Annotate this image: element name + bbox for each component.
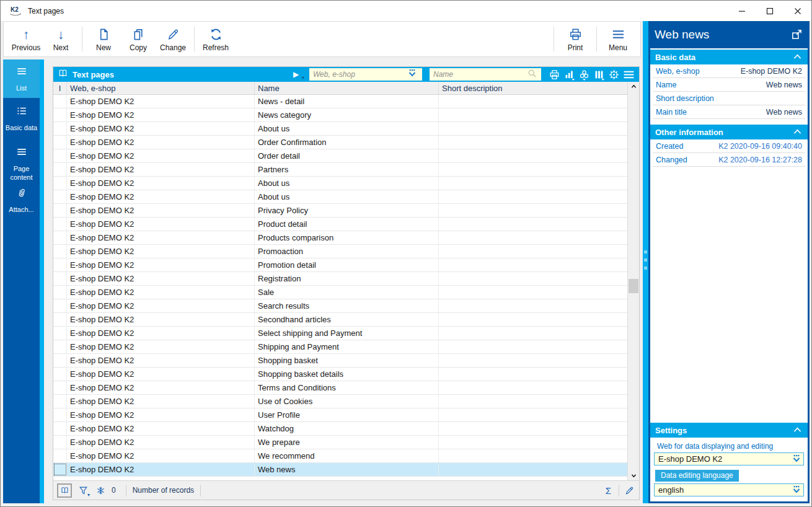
book-icon [60, 486, 70, 495]
column-header-short-description[interactable]: Short description [439, 82, 627, 94]
open-in-window-button[interactable] [791, 29, 803, 41]
web-display-combobox[interactable]: E-shop DEMO K2 [654, 452, 804, 465]
table-row[interactable]: E-shop DEMO K2Order Confirmation [53, 136, 627, 149]
header-chart-button[interactable] [562, 68, 576, 81]
frozen-records-button[interactable] [94, 484, 107, 496]
hamburger-icon [622, 68, 635, 81]
table-row[interactable]: E-shop DEMO K2We recommend [53, 449, 627, 463]
sidebar-item-label: Basic data [6, 124, 37, 133]
name-filter-input[interactable] [430, 69, 527, 80]
data-language-combobox[interactable]: english [654, 483, 804, 496]
minimize-button[interactable] [728, 1, 756, 21]
chevron-up-icon[interactable] [793, 127, 803, 137]
column-header-name[interactable]: Name [255, 82, 439, 94]
section-header-settings[interactable]: Settings [650, 423, 808, 438]
menu-button[interactable]: Menu [601, 23, 635, 55]
header-print-button[interactable] [547, 68, 561, 81]
toolbar-separator [554, 27, 554, 51]
table-row[interactable]: E-shop DEMO K2User Profile [53, 408, 627, 422]
dropdown-icon[interactable] [792, 485, 801, 495]
maximize-button[interactable] [756, 1, 783, 21]
scroll-down-button[interactable] [628, 471, 639, 480]
edit-button[interactable] [623, 484, 635, 496]
section-header-basic-data[interactable]: Basic data [650, 50, 808, 64]
sidebar-item-list[interactable]: List [3, 60, 40, 98]
chevron-up-icon[interactable] [793, 52, 803, 62]
table-row[interactable]: E-shop DEMO K2Partners [53, 163, 627, 177]
table-row[interactable]: E-shop DEMO K2Privacy Policy [53, 204, 627, 218]
table-row[interactable]: E-shop DEMO K2Use of Cookies [53, 395, 627, 408]
table-row[interactable]: E-shop DEMO K2Order detail [53, 149, 627, 163]
table-row[interactable]: E-shop DEMO K2Product detail [53, 218, 627, 231]
table-row[interactable]: E-shop DEMO K2Promoaction [53, 245, 627, 258]
detail-row[interactable]: Short description [653, 92, 805, 105]
sum-button[interactable]: Σ [606, 485, 611, 496]
cell-web: E-shop DEMO K2 [67, 136, 255, 149]
filter-button[interactable]: ▾ [77, 484, 89, 496]
table-row[interactable]: E-shop DEMO K2Search results [53, 299, 627, 313]
detail-row[interactable]: Name Web news [653, 78, 805, 92]
scroll-up-button[interactable] [628, 82, 639, 91]
copy-button[interactable]: Copy [121, 23, 156, 55]
sidebar-item-page-content[interactable]: Page content [3, 140, 40, 180]
table-row[interactable]: E-shop DEMO K2Products comparison [53, 231, 627, 245]
header-relations-button[interactable] [577, 68, 591, 81]
web-filter-input[interactable] [309, 69, 407, 80]
table-row[interactable]: E-shop DEMO K2About us [53, 190, 627, 204]
k2-logo-icon [9, 6, 22, 17]
table-row[interactable]: E-shop DEMO K2Shipping and Payment [53, 340, 627, 354]
scrollbar-thumb[interactable] [629, 279, 638, 293]
table-row[interactable]: E-shop DEMO K2Web news [53, 463, 627, 477]
table-row[interactable]: E-shop DEMO K2News - detail [53, 95, 627, 108]
dropdown-icon[interactable] [792, 454, 801, 464]
column-header-web[interactable]: Web, e-shop [67, 82, 255, 94]
cell-web: E-shop DEMO K2 [67, 231, 255, 244]
detail-row[interactable]: Web, e-shop E-shop DEMO K2 [653, 64, 805, 78]
table-row[interactable]: E-shop DEMO K2Shopping basket [53, 354, 627, 368]
new-button[interactable]: New [86, 23, 121, 55]
table-row[interactable]: E-shop DEMO K2Sale [53, 286, 627, 299]
change-button[interactable]: Change [156, 23, 190, 55]
number-of-records-button[interactable]: Number of records [133, 486, 194, 495]
refresh-button[interactable]: Refresh [198, 23, 233, 55]
refresh-label: Refresh [203, 43, 229, 52]
header-columns-button[interactable] [592, 68, 606, 81]
minimize-icon [738, 7, 746, 15]
detail-row[interactable]: Main title Web news [653, 105, 805, 119]
sidebar-item-label: Attach... [9, 206, 33, 214]
panel-splitter[interactable] [643, 21, 648, 503]
chevron-up-icon[interactable] [793, 425, 803, 435]
previous-button[interactable]: ↑ Previous [9, 23, 43, 55]
table-row[interactable]: E-shop DEMO K2About us [53, 122, 627, 136]
print-button[interactable]: Print [558, 23, 593, 55]
close-button[interactable] [783, 1, 811, 21]
next-record-button[interactable]: ▶ ▾ [292, 69, 303, 80]
table-row[interactable]: E-shop DEMO K2About us [53, 177, 627, 190]
header-menu-button[interactable] [622, 68, 635, 81]
detail-row[interactable]: Created K2 2020-09-16 09:40:40 [653, 139, 805, 153]
row-indicator-cell [53, 449, 67, 462]
refresh-icon [209, 26, 223, 42]
sidebar-item-label: Page content [3, 165, 40, 182]
table-row[interactable]: E-shop DEMO K2Promotion detail [53, 258, 627, 272]
detail-panel-title: Web news [655, 28, 709, 42]
detail-row[interactable]: Changed K2 2020-09-16 12:27:28 [653, 153, 805, 167]
table-row[interactable]: E-shop DEMO K2Terms and Conditions [53, 381, 627, 395]
detail-panel: Web news Basic data Web, e-shop E-shop D… [648, 21, 810, 503]
section-header-other-information[interactable]: Other information [650, 125, 808, 139]
header-settings-button[interactable] [607, 68, 620, 81]
next-button[interactable]: ↓ Next [43, 23, 78, 55]
book-view-toggle[interactable] [57, 483, 72, 498]
dropdown-icon[interactable] [407, 69, 417, 81]
column-header-indicator[interactable]: I [53, 82, 67, 94]
table-row[interactable]: E-shop DEMO K2Registration [53, 272, 627, 286]
table-row[interactable]: E-shop DEMO K2Watchdog [53, 422, 627, 436]
table-row[interactable]: E-shop DEMO K2Shopping basket details [53, 368, 627, 381]
sidebar-item-attachments[interactable]: Attach... [3, 181, 40, 216]
table-row[interactable]: E-shop DEMO K2Secondhand articles [53, 313, 627, 327]
table-row[interactable]: E-shop DEMO K2We prepare [53, 436, 627, 449]
table-row[interactable]: E-shop DEMO K2News category [53, 108, 627, 122]
sidebar-item-basic-data[interactable]: Basic data [3, 99, 40, 139]
vertical-scrollbar[interactable] [627, 82, 639, 480]
table-row[interactable]: E-shop DEMO K2Select shipping and Paymen… [53, 327, 627, 340]
